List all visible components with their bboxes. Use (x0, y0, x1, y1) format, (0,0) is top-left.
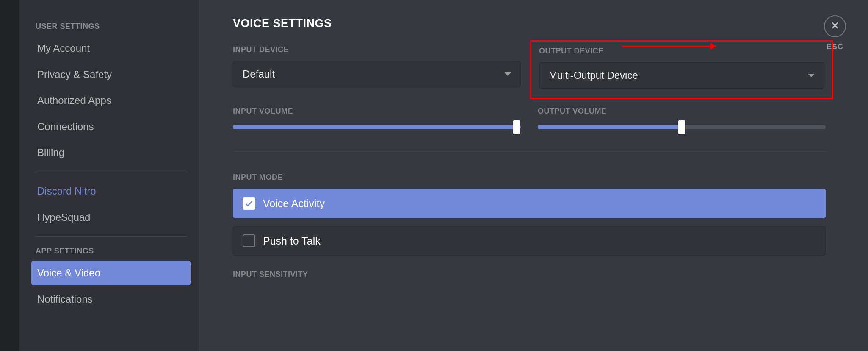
input-sensitivity-label: INPUT SENSITIVITY (233, 270, 826, 279)
output-device-value: Multi-Output Device (549, 70, 638, 81)
sidebar-item-connections[interactable]: Connections (31, 114, 191, 139)
chevron-down-icon (504, 72, 511, 76)
sidebar-item-hypesquad[interactable]: HypeSquad (31, 205, 191, 230)
sidebar-item-authorized-apps[interactable]: Authorized Apps (31, 88, 191, 113)
sidebar-divider (35, 236, 187, 237)
input-volume-slider[interactable] (233, 123, 521, 132)
settings-sidebar: USER SETTINGS My Account Privacy & Safet… (0, 0, 199, 351)
input-mode-push-to-talk[interactable]: Push to Talk (233, 226, 826, 256)
annotation-highlight-box: OUTPUT DEVICE Multi-Output Device (530, 40, 833, 99)
sidebar-item-voice-video[interactable]: Voice & Video (31, 261, 191, 285)
sidebar-item-privacy-safety[interactable]: Privacy & Safety (31, 62, 191, 87)
sidebar-divider (35, 172, 187, 172)
page-title: VOICE SETTINGS (233, 17, 826, 30)
voice-activity-label: Voice Activity (263, 198, 325, 210)
slider-thumb[interactable] (513, 120, 520, 134)
input-mode-voice-activity[interactable]: Voice Activity (233, 189, 826, 218)
user-settings-header: USER SETTINGS (31, 19, 191, 34)
push-to-talk-label: Push to Talk (263, 235, 321, 247)
sidebar-item-billing[interactable]: Billing (31, 140, 191, 165)
app-settings-header: APP SETTINGS (31, 243, 191, 259)
input-device-select[interactable]: Default (233, 61, 521, 87)
close-button[interactable] (824, 15, 846, 37)
checkbox-checked-icon (243, 197, 255, 210)
output-volume-slider[interactable] (538, 123, 826, 132)
sidebar-item-discord-nitro[interactable]: Discord Nitro (31, 179, 191, 203)
chevron-down-icon (808, 74, 815, 77)
checkbox-unchecked-icon (243, 234, 255, 247)
sidebar-item-notifications[interactable]: Notifications (31, 287, 191, 312)
close-icon (830, 20, 840, 32)
input-device-label: INPUT DEVICE (233, 45, 521, 54)
output-volume-label: OUTPUT VOLUME (538, 107, 826, 116)
sidebar-item-my-account[interactable]: My Account (31, 36, 191, 61)
input-mode-label: INPUT MODE (233, 173, 826, 182)
input-device-value: Default (243, 68, 275, 80)
settings-main: ESC VOICE SETTINGS INPUT DEVICE Default … (199, 0, 868, 351)
slider-thumb[interactable] (678, 120, 685, 134)
output-device-select[interactable]: Multi-Output Device (539, 62, 824, 89)
section-divider (233, 151, 826, 152)
output-device-label: OUTPUT DEVICE (539, 47, 824, 56)
input-volume-label: INPUT VOLUME (233, 107, 521, 116)
